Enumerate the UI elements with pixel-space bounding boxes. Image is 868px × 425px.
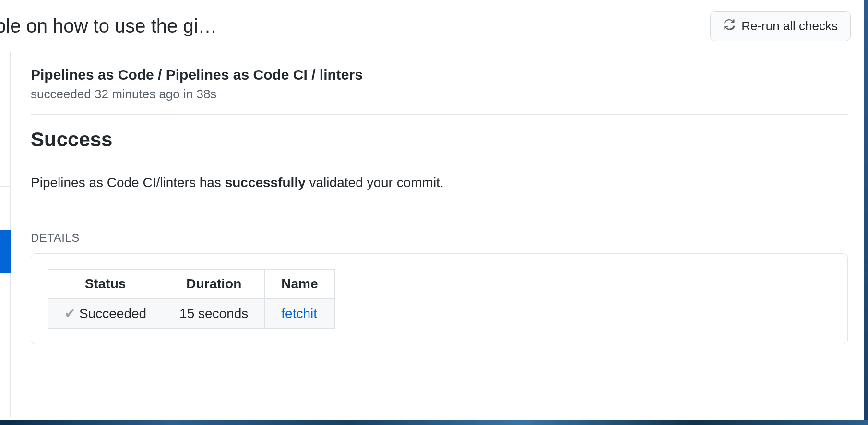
check-status-line: succeeded 32 minutes ago in 38s: [31, 87, 848, 102]
window-bottom-edge: [0, 420, 868, 425]
rerun-button-label: Re-run all checks: [741, 19, 838, 34]
details-label: DETAILS: [31, 231, 848, 245]
check-breadcrumb: Pipelines as Code / Pipelines as Code CI…: [31, 67, 848, 83]
sidebar-active-indicator: [0, 230, 11, 273]
row-status: Succeeded: [79, 306, 146, 321]
row-name-link[interactable]: fetchit: [281, 306, 317, 321]
row-duration: 15 seconds: [163, 299, 265, 329]
col-status: Status: [48, 270, 163, 299]
sidebar-strip: [0, 52, 11, 417]
summary-strong: successfully: [225, 175, 306, 190]
check-content: Pipelines as Code / Pipelines as Code CI…: [11, 52, 868, 417]
page-title: ple on how to use the gi…: [0, 15, 217, 37]
col-name: Name: [265, 270, 334, 299]
summary-text: Pipelines as Code CI/linters has success…: [31, 173, 848, 193]
details-box: Status Duration Name ✔Succeeded 15 secon…: [31, 253, 848, 344]
details-table: Status Duration Name ✔Succeeded 15 secon…: [48, 269, 335, 329]
checkmark-icon: ✔: [64, 306, 75, 321]
window-right-edge: [864, 0, 868, 425]
table-row: ✔Succeeded 15 seconds fetchit: [48, 299, 335, 329]
summary-prefix: Pipelines as Code CI/linters has: [31, 175, 225, 190]
summary-suffix: validated your commit.: [306, 175, 444, 190]
rerun-all-checks-button[interactable]: Re-run all checks: [710, 11, 851, 41]
sync-icon: [723, 18, 736, 34]
col-duration: Duration: [163, 270, 265, 299]
header-row: ple on how to use the gi… Re-run all che…: [0, 0, 868, 52]
success-heading: Success: [31, 128, 848, 151]
